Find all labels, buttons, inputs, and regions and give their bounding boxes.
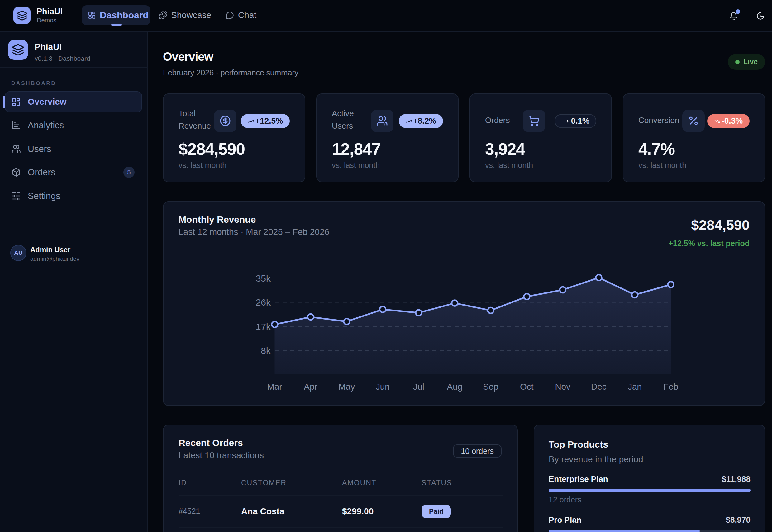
svg-text:17k: 17k [256, 321, 271, 332]
svg-text:Jan: Jan [628, 382, 642, 392]
svg-text:May: May [338, 382, 355, 392]
svg-text:Mar: Mar [267, 382, 282, 392]
svg-text:Dec: Dec [591, 382, 607, 392]
svg-text:Feb: Feb [663, 382, 678, 392]
svg-text:Aug: Aug [447, 382, 463, 392]
svg-text:Sep: Sep [483, 382, 498, 392]
svg-text:Nov: Nov [555, 382, 570, 392]
svg-text:8k: 8k [261, 345, 271, 356]
svg-text:35k: 35k [256, 273, 271, 283]
svg-text:26k: 26k [256, 297, 271, 307]
svg-text:Apr: Apr [304, 382, 317, 392]
svg-text:Jun: Jun [376, 382, 390, 392]
svg-text:Oct: Oct [520, 382, 534, 392]
svg-text:Jul: Jul [413, 382, 424, 392]
